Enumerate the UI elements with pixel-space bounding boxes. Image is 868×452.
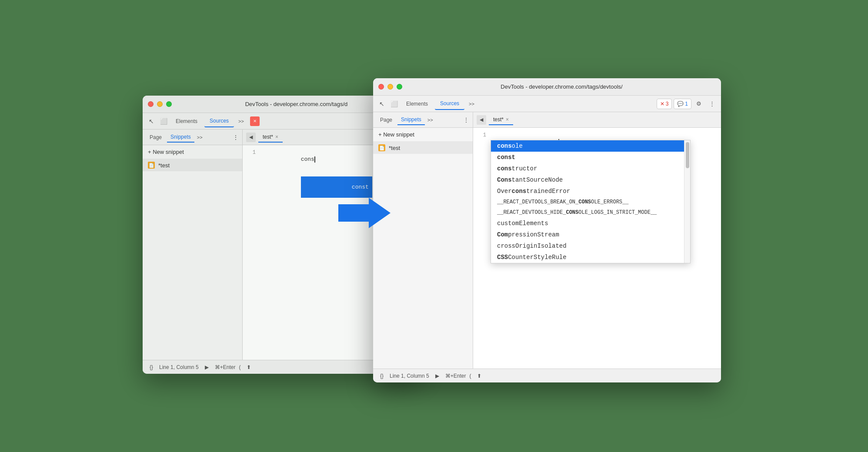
- back-format-btn[interactable]: {}: [147, 363, 156, 371]
- front-position: Line 1, Column 5: [390, 373, 429, 379]
- front-autocomplete-item-overconstrainederror[interactable]: OverconstrainedError: [491, 186, 684, 197]
- front-ac-const-bold: const: [497, 154, 515, 161]
- front-ac-constructor-rest: tructor: [512, 165, 537, 172]
- front-autocomplete-scrollbar[interactable]: [684, 140, 690, 263]
- front-error-badge[interactable]: ✕ 3: [657, 99, 672, 109]
- back-paren: (: [239, 364, 240, 370]
- front-tab-more[interactable]: >>: [466, 100, 477, 108]
- back-sidebar-more-tabs[interactable]: >>: [197, 135, 203, 140]
- back-error-indicator: ✕: [250, 116, 260, 126]
- front-tab-sources[interactable]: Sources: [435, 98, 464, 110]
- front-sidebar-more-tabs[interactable]: >>: [427, 117, 433, 123]
- front-sidebar-page-tab[interactable]: Page: [377, 115, 396, 125]
- back-run-btn[interactable]: ▶: [202, 363, 211, 371]
- back-inspect-icon[interactable]: ↖: [146, 116, 157, 126]
- front-more-btn[interactable]: ⋮: [706, 98, 718, 110]
- back-snippet-item[interactable]: 📄 *test: [143, 159, 242, 171]
- front-editor-main: 1 cons co: [473, 128, 721, 369]
- front-autocomplete-dropdown[interactable]: console const constructor: [491, 140, 691, 263]
- front-autocomplete-item-const[interactable]: const: [491, 152, 684, 163]
- back-sidebar-menu-icon[interactable]: ⋮: [233, 134, 239, 141]
- front-snippet-name: *test: [389, 145, 400, 151]
- front-autocomplete-item-react-break[interactable]: __REACT_DEVTOOLS_BREAK_ON_CONSOLE_ERRORS…: [491, 197, 684, 207]
- front-minimize-btn[interactable]: [387, 84, 393, 90]
- front-new-snippet-btn[interactable]: + New snippet: [373, 128, 473, 142]
- front-inspect-icon[interactable]: ↖: [377, 99, 387, 109]
- front-ac-rh-rest: OLE_LOGS_IN_STRICT_MODE__: [578, 209, 657, 216]
- back-snippet-icon: 📄: [148, 162, 155, 169]
- front-editor-tab-name: test*: [493, 116, 504, 123]
- front-editor-tab-close[interactable]: ×: [506, 116, 509, 123]
- front-line-numbers: 1: [473, 131, 491, 152]
- front-autocomplete-scrollbar-thumb: [686, 142, 689, 168]
- back-maximize-btn[interactable]: [166, 101, 172, 107]
- back-screen-btn[interactable]: ⬆: [244, 363, 254, 371]
- back-editor-tab-close[interactable]: ×: [275, 134, 278, 140]
- back-minimize-btn[interactable]: [157, 101, 163, 107]
- front-autocomplete-item-customelements[interactable]: customElements: [491, 218, 684, 229]
- front-ac-ce-text: customElements: [497, 220, 548, 227]
- back-line-1: 1: [253, 150, 256, 156]
- back-tab-elements[interactable]: Elements: [170, 116, 203, 127]
- front-snippet-item[interactable]: 📄 *test: [373, 142, 473, 154]
- front-autocomplete-item-console[interactable]: console: [491, 140, 684, 152]
- front-error-count: 3: [666, 101, 669, 107]
- front-maximize-btn[interactable]: [397, 84, 402, 90]
- front-autocomplete-item-csscounterstyle[interactable]: CSSCounterStyleRule: [491, 252, 684, 263]
- front-run-btn[interactable]: ▶: [433, 372, 442, 380]
- back-line-numbers: 1: [243, 149, 260, 356]
- front-ac-ccsr-bold: CSS: [497, 254, 508, 261]
- back-close-btn[interactable]: [148, 101, 154, 107]
- front-format-btn[interactable]: {}: [377, 372, 386, 380]
- front-ac-coi-text: crossOriginIsolated: [497, 243, 567, 249]
- front-tab-bar: ↖ ⬜ Elements Sources >> ✕ 3 💬 1 ⚙ ⋮: [373, 96, 721, 112]
- front-tab-elements[interactable]: Elements: [401, 98, 433, 110]
- back-snippet-name: *test: [158, 162, 170, 169]
- front-msg-badge[interactable]: 💬 1: [674, 99, 691, 109]
- front-window-title: DevTools - developer.chrome.com/tags/dev…: [407, 83, 716, 90]
- front-editor-tabs: ◀ test* ×: [473, 112, 721, 128]
- front-autocomplete-item-constantsourcenode[interactable]: ConstantSourceNode: [491, 174, 684, 186]
- front-sidebar-snippets-tab[interactable]: Snippets: [397, 115, 425, 125]
- back-sidebar-snippets-tab[interactable]: Snippets: [167, 132, 194, 143]
- back-new-snippet-btn[interactable]: + New snippet: [143, 145, 242, 159]
- front-panel-toggle[interactable]: ◀: [477, 115, 486, 125]
- front-paren: (: [469, 373, 471, 379]
- front-sidebar: Page Snippets >> ⋮ + New snippet 📄 *test: [373, 112, 473, 369]
- front-autocomplete-item-crossoriginisolated[interactable]: crossOriginIsolated: [491, 240, 684, 252]
- blue-arrow-icon: [338, 196, 391, 230]
- back-sidebar-tabs: Page Snippets >> ⋮: [143, 130, 242, 145]
- back-autocomplete-inline[interactable]: const: [301, 176, 372, 198]
- front-ac-ccsr-rest: CounterStyleRule: [508, 254, 566, 261]
- back-device-icon[interactable]: ⬜: [158, 116, 169, 126]
- front-device-icon[interactable]: ⬜: [389, 99, 399, 109]
- back-panel-toggle[interactable]: ◀: [246, 133, 256, 142]
- front-editor-tab[interactable]: test* ×: [489, 115, 513, 125]
- back-editor-tab[interactable]: test* ×: [258, 132, 283, 143]
- front-line-1: 1: [483, 132, 486, 138]
- front-devtools-window: DevTools - developer.chrome.com/tags/dev…: [373, 78, 721, 382]
- front-sidebar-menu-icon[interactable]: ⋮: [463, 116, 469, 123]
- back-shortcut: ⌘+Enter: [215, 364, 236, 370]
- front-ac-constructor-bold: cons: [497, 165, 512, 172]
- front-autocomplete-item-react-hide[interactable]: __REACT_DEVTOOLS_HIDE_CONSOLE_LOGS_IN_ST…: [491, 207, 684, 218]
- back-autocomplete-text: const: [352, 184, 369, 190]
- front-ac-over-rest: trainedError: [526, 188, 570, 195]
- front-ac-rb-rest: OLE_ERRORS__: [591, 199, 628, 205]
- front-ac-console-rest: ole: [512, 143, 523, 150]
- front-ac-rh-pre: __REACT_DEVTOOLS_HIDE_: [497, 209, 566, 216]
- front-autocomplete-list: console const constructor: [491, 140, 690, 263]
- svg-marker-0: [338, 198, 391, 228]
- front-screen-btn[interactable]: ⬆: [474, 372, 484, 380]
- back-code-cursor: [314, 156, 315, 163]
- front-ac-csn-rest: tantSourceNode: [512, 176, 563, 183]
- front-autocomplete-item-compressionstream[interactable]: CompressionStream: [491, 229, 684, 240]
- back-tab-sources[interactable]: Sources: [204, 115, 234, 127]
- front-msg-icon: 💬: [677, 101, 684, 107]
- front-msg-count: 1: [685, 101, 688, 107]
- front-close-btn[interactable]: [378, 84, 384, 90]
- front-settings-btn[interactable]: ⚙: [693, 98, 704, 110]
- back-sidebar-page-tab[interactable]: Page: [146, 133, 165, 142]
- front-autocomplete-item-constructor[interactable]: constructor: [491, 163, 684, 174]
- back-tab-more[interactable]: >>: [236, 117, 247, 126]
